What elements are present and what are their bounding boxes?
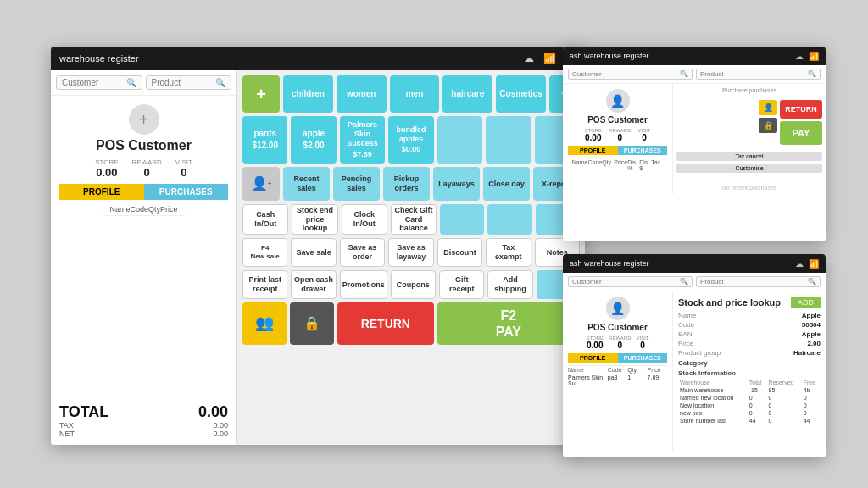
sp2-product-search[interactable]: 🔍: [696, 276, 821, 287]
sp1-customer-icon-btn[interactable]: 👤: [759, 100, 777, 115]
sp1-customer-search[interactable]: 🔍: [568, 69, 693, 80]
sp1-right: Purchase purchases 👤 🔒 RETURN PAY Tax ca…: [673, 84, 826, 194]
sp2-code-val: 50504: [802, 321, 821, 329]
sp1-icon-buttons: 👤 🔒: [759, 100, 777, 133]
new-sale-btn[interactable]: F4New sale: [242, 238, 287, 267]
cash-inout-btn[interactable]: Cash In/Out: [242, 204, 288, 235]
sp2-customer-search[interactable]: 🔍: [568, 276, 693, 287]
sp2-group-val: Haircare: [793, 349, 821, 357]
tax-label: TAX: [59, 421, 74, 430]
save-sale-btn[interactable]: Save sale: [291, 238, 336, 267]
sp1-titlebar: ash warehouse register ☁ 📶: [563, 47, 826, 65]
open-drawer-btn[interactable]: Open cash drawer: [291, 270, 336, 299]
save-order-btn[interactable]: Save as order: [340, 238, 385, 267]
empty-func-1[interactable]: [440, 204, 484, 235]
discount-btn[interactable]: Discount: [437, 238, 482, 267]
print-receipt-btn[interactable]: Print last receipt: [242, 270, 287, 299]
sp1-customer-input[interactable]: [572, 70, 680, 78]
sp1-icons: ☁ 📶: [795, 52, 819, 61]
sp1-return-btn[interactable]: RETURN: [780, 100, 822, 119]
action-row: F4New sale Save sale Save as order Save …: [242, 238, 580, 267]
men-btn[interactable]: men: [390, 75, 440, 113]
sp1-product-input[interactable]: [700, 70, 808, 78]
pants-btn[interactable]: pants$12.00: [242, 116, 287, 164]
children-btn[interactable]: children: [283, 75, 333, 113]
sp1-pay-btn[interactable]: PAY: [780, 121, 822, 145]
sp1-purchases-tab[interactable]: PURCHASES: [618, 146, 668, 155]
product-search-box[interactable]: 🔍: [146, 75, 232, 90]
apple-btn[interactable]: apple$2.00: [291, 116, 336, 164]
lock-icon-btn[interactable]: 🔒: [290, 302, 334, 345]
sp1-main-action-btns: RETURN PAY: [780, 100, 822, 145]
sp2-visit-val: 0: [640, 341, 645, 350]
sp1-recent-label: No recent purchases: [676, 185, 822, 191]
product-search-input[interactable]: [152, 78, 216, 87]
nav-row: 👤+ Recent sales Pending sales Pickup ord…: [242, 167, 580, 201]
empty-btn-1[interactable]: [437, 116, 482, 164]
customer-icon-btn[interactable]: 👤+: [242, 167, 280, 201]
right-panel: + children women men haircare Cosmetics …: [237, 70, 585, 445]
palmers-btn[interactable]: Palmers Skin Success$7.69: [340, 116, 385, 164]
sp2-icons: ☁ 📶: [795, 259, 819, 269]
pay-btn[interactable]: F2PAY: [437, 302, 580, 345]
sp1-tax-cancel-btn[interactable]: Tax cancel: [676, 152, 822, 161]
sp2-profile-tab[interactable]: PROFILE: [568, 353, 618, 363]
promotions-btn[interactable]: Promotions: [340, 270, 387, 299]
bundled-btn[interactable]: bundled apples$0.00: [388, 116, 433, 164]
sp1-col-name: Name: [572, 159, 588, 171]
sp2-purchases-tab[interactable]: PURCHASES: [618, 353, 668, 363]
product-row: pants$12.00 apple$2.00 Palmers Skin Succ…: [242, 116, 580, 164]
store-stat: STORE 0.00: [95, 158, 118, 179]
gift-card-btn[interactable]: Check Gift Card balance: [391, 204, 437, 235]
sp1-lock-btn[interactable]: 🔒: [759, 118, 777, 133]
clock-inout-btn[interactable]: Clock In/Out: [342, 204, 387, 235]
sp1-customise-btn[interactable]: Customise: [676, 164, 822, 173]
tax-row: TAX 0.00: [59, 421, 228, 430]
customers-icon-btn[interactable]: 👥: [242, 302, 287, 345]
small-panel-2: ash warehouse register ☁ 📶 🔍 🔍 👤 POS Cus…: [563, 254, 826, 458]
return-btn[interactable]: RETURN: [337, 302, 434, 345]
customer-search-box[interactable]: 🔍: [56, 75, 142, 90]
sp2-signal-icon: 📶: [809, 259, 819, 269]
layaways-btn[interactable]: Layaways: [433, 167, 480, 201]
sp2-product-input[interactable]: [700, 278, 808, 286]
net-value: 0.00: [213, 430, 228, 438]
sp2-add-btn[interactable]: ADD: [791, 297, 821, 308]
close-day-btn[interactable]: Close day: [483, 167, 530, 201]
sp2-customer-search-icon: 🔍: [680, 278, 688, 286]
pending-sales-btn[interactable]: Pending sales: [333, 167, 380, 201]
sp2-product-search-icon: 🔍: [808, 278, 816, 286]
sp2-col-price: Price: [648, 367, 667, 373]
sp2-stock-header: Stock and price lookup ADD: [678, 297, 821, 308]
add-shipping-btn[interactable]: Add shipping: [487, 270, 532, 299]
cosmetics-btn[interactable]: Cosmetics: [496, 75, 546, 113]
sp2-pr-qty: 1: [627, 374, 647, 386]
recent-sales-btn[interactable]: Recent sales: [283, 167, 330, 201]
sp2-main-body: 👤 POS Customer STORE 0.00 REWARD 0 VISIT…: [563, 291, 826, 451]
tax-exempt-btn[interactable]: Tax exempt: [486, 238, 531, 267]
sp2-customer-input[interactable]: [572, 278, 680, 286]
customer-add-button[interactable]: +: [129, 104, 159, 135]
sp1-col-tax: Tax: [651, 159, 663, 171]
customer-search-input[interactable]: [62, 78, 126, 87]
stock-price-btn[interactable]: Stock end price lookup: [292, 204, 337, 235]
customer-name: POS Customer: [96, 138, 192, 153]
women-btn[interactable]: women: [337, 75, 387, 113]
profile-tab[interactable]: PROFILE: [59, 184, 144, 200]
sp2-stock-table: Warehouse Total Reserved Free Main wareh…: [678, 379, 821, 424]
sp1-product-search[interactable]: 🔍: [696, 69, 821, 80]
gift-receipt-btn[interactable]: Gift receipt: [439, 270, 484, 299]
left-panel: 🔍 🔍 + POS Customer STORE 0.00: [51, 70, 237, 445]
sp2-price-label: Price: [678, 340, 693, 347]
save-layaway-btn[interactable]: Save as layaway: [388, 238, 433, 267]
sp1-profile-tab[interactable]: PROFILE: [568, 146, 618, 155]
coupons-btn[interactable]: Coupons: [391, 270, 436, 299]
total-value: 0.00: [198, 403, 228, 421]
purchases-tab[interactable]: PURCHASES: [144, 184, 229, 200]
pickup-orders-btn[interactable]: Pickup orders: [383, 167, 430, 201]
add-button[interactable]: +: [242, 75, 280, 113]
main-pos-window: warehouse register ☁ 📶 🔧 🔍 🔍: [51, 47, 585, 445]
haircare-btn[interactable]: haircare: [442, 75, 492, 113]
empty-btn-2[interactable]: [486, 116, 531, 164]
empty-func-2[interactable]: [487, 204, 531, 235]
